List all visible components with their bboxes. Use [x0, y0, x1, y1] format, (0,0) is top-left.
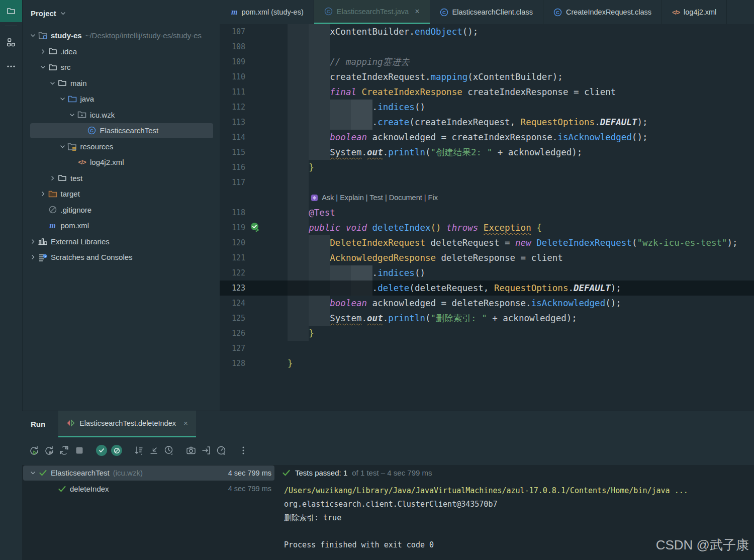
line-number[interactable]: 125	[220, 311, 245, 326]
code-line[interactable]: 108	[220, 39, 754, 54]
code-line[interactable]: 113 .create(createIndexRequest, RequestO…	[220, 115, 754, 130]
line-number[interactable]: 124	[220, 296, 245, 311]
code-line[interactable]: 107 xContentBuilder.endObject();	[220, 24, 754, 39]
close-icon[interactable]: ×	[183, 419, 188, 427]
chevron-right-icon[interactable]	[28, 237, 38, 245]
test-result-deleteindex[interactable]: deleteIndex4 sec 799 ms	[22, 481, 279, 497]
tree-item-src[interactable]: src	[23, 59, 220, 75]
line-number[interactable]: 118	[220, 205, 245, 220]
chevron-down-icon[interactable]	[28, 32, 38, 40]
line-number[interactable]: 112	[220, 100, 245, 115]
code-line[interactable]: 127	[220, 341, 754, 356]
chevron-down-icon[interactable]	[67, 111, 77, 119]
chevron-down-icon[interactable]	[38, 63, 48, 71]
chevron-down-icon[interactable]	[58, 95, 67, 103]
auto-rerun-icon[interactable]	[57, 443, 72, 457]
tree-item-target[interactable]: target	[23, 186, 220, 202]
line-number[interactable]: 107	[220, 24, 245, 39]
code-line[interactable]: 128}	[220, 356, 754, 371]
line-number[interactable]: 117	[220, 175, 245, 190]
line-number[interactable]: 122	[220, 265, 245, 281]
stop-icon[interactable]	[72, 443, 87, 457]
line-number[interactable]: 111	[220, 84, 245, 100]
code-line[interactable]: 123 .delete(deleteRequest, RequestOption…	[220, 281, 754, 296]
editor-tab-pom-xml-study-es-[interactable]: mpom.xml (study-es)	[221, 0, 314, 24]
editor[interactable]: 107 xContentBuilder.endObject();108109 /…	[220, 24, 754, 411]
line-number[interactable]: 123	[220, 281, 245, 296]
line-number[interactable]: 109	[220, 54, 245, 69]
line-number[interactable]: 120	[220, 235, 245, 250]
tree-item-study-es[interactable]: study-es~/Desktop/intellij/study-es/stud…	[23, 28, 220, 44]
ai-inlay-hint-row[interactable]: Ask | Explain | Test | Document | Fix	[220, 190, 754, 205]
tool-more[interactable]	[0, 55, 22, 77]
test-result-elasticsearchtest[interactable]: ElasticsearchTest (icu.wzk)4 sec 799 ms	[22, 465, 279, 481]
code-line[interactable]: 119 public void deleteIndex() throws Exc…	[220, 220, 754, 235]
code-line[interactable]: 122 .indices()	[220, 265, 754, 281]
line-number[interactable]: 116	[220, 160, 245, 175]
history-icon[interactable]	[161, 443, 176, 457]
editor-tab-elasticsearchtest-java[interactable]: CElasticsearchTest.java×	[314, 0, 430, 24]
chevron-down-icon[interactable]	[58, 142, 67, 150]
code-line[interactable]: 117	[220, 175, 754, 190]
line-number[interactable]: 128	[220, 356, 245, 371]
run-test-gutter-icon[interactable]	[250, 222, 260, 233]
tree-item-external-libraries[interactable]: External Libraries	[23, 234, 220, 250]
code-line[interactable]: 115 System.out.println("创建结果2: " + ackno…	[220, 145, 754, 160]
code-line[interactable]: 109 // mapping塞进去	[220, 54, 754, 69]
editor-tab-createindexrequest-class[interactable]: CCreateIndexRequest.class	[543, 0, 662, 24]
profiler-icon[interactable]	[214, 443, 229, 457]
line-number[interactable]: 110	[220, 69, 245, 84]
project-panel-header[interactable]: Project	[23, 0, 220, 26]
line-number[interactable]: 121	[220, 250, 245, 265]
code-line[interactable]: 116 }	[220, 160, 754, 175]
tree-item-test[interactable]: test	[23, 170, 220, 186]
chevron-right-icon[interactable]	[28, 253, 38, 261]
line-number[interactable]: 115	[220, 145, 245, 160]
code-line[interactable]: 112 .indices()	[220, 100, 754, 115]
code-line[interactable]: 111 final CreateIndexResponse createInde…	[220, 84, 754, 100]
tree-item-java[interactable]: java	[23, 91, 220, 107]
ai-actions-label[interactable]: Ask | Explain | Test | Document | Fix	[322, 194, 438, 202]
code-line[interactable]: 126 }	[220, 326, 754, 341]
code-line[interactable]: 121 AcknowledgedResponse deleteResponse …	[220, 250, 754, 265]
rerun-failed-icon[interactable]	[42, 443, 57, 457]
code-line[interactable]: 110 createIndexRequest.mapping(xContentB…	[220, 69, 754, 84]
code-line[interactable]: 120 DeleteIndexRequest deleteRequest = n…	[220, 235, 754, 250]
line-number[interactable]: 119	[220, 220, 245, 235]
sort-icon[interactable]	[131, 443, 146, 457]
line-number[interactable]: 126	[220, 326, 245, 341]
snapshot-icon[interactable]	[183, 443, 199, 457]
code-line[interactable]: 125 System.out.println("删除索引: " + acknow…	[220, 311, 754, 326]
tree-item-pom-xml[interactable]: mpom.xml	[23, 218, 220, 234]
editor-tab-log4j2-xml[interactable]: </>log4j2.xml	[662, 0, 727, 24]
code-line[interactable]: 118 @Test	[220, 205, 754, 220]
ai-assistant-actions[interactable]: Ask | Explain | Test | Document | Fix	[311, 190, 438, 205]
code-line[interactable]: 124 boolean acknowledged = deleteRespons…	[220, 296, 754, 311]
rerun-icon[interactable]	[27, 443, 42, 457]
chevron-right-icon[interactable]	[38, 47, 48, 55]
show-passed-icon[interactable]	[94, 443, 109, 457]
tree-item-log4j2-xml[interactable]: </>log4j2.xml	[23, 154, 220, 170]
line-number[interactable]: 127	[220, 341, 245, 356]
more-vertical-icon[interactable]	[236, 443, 251, 457]
tree-item-elasticsearchtest[interactable]: CElasticsearchTest	[23, 123, 220, 139]
close-icon[interactable]: ×	[415, 7, 419, 16]
tool-structure[interactable]	[0, 31, 22, 53]
line-number[interactable]: 114	[220, 130, 245, 145]
collapse-icon[interactable]	[146, 443, 161, 457]
line-number[interactable]: 113	[220, 115, 245, 130]
tree-item--gitignore[interactable]: .gitignore	[23, 202, 220, 218]
tree-item-resources[interactable]: resources	[23, 139, 220, 155]
export-icon[interactable]	[199, 443, 214, 457]
code-line[interactable]: 114 boolean acknowledged = createIndexRe…	[220, 130, 754, 145]
chevron-right-icon[interactable]	[38, 190, 48, 198]
chevron-down-icon[interactable]	[60, 10, 66, 17]
run-configuration-tab[interactable]: ElasticsearchTest.deleteIndex ×	[58, 411, 196, 437]
tree-item--idea[interactable]: .idea	[23, 44, 220, 60]
tree-item-main[interactable]: main	[23, 75, 220, 91]
chevron-down-icon[interactable]	[28, 469, 38, 477]
chevron-down-icon[interactable]	[48, 79, 57, 87]
editor-tab-elasticsearchclient-class[interactable]: CElasticsearchClient.class	[430, 0, 543, 24]
tree-item-scratches-and-consoles[interactable]: Scratches and Consoles	[23, 249, 220, 265]
show-ignored-icon[interactable]	[109, 443, 124, 457]
